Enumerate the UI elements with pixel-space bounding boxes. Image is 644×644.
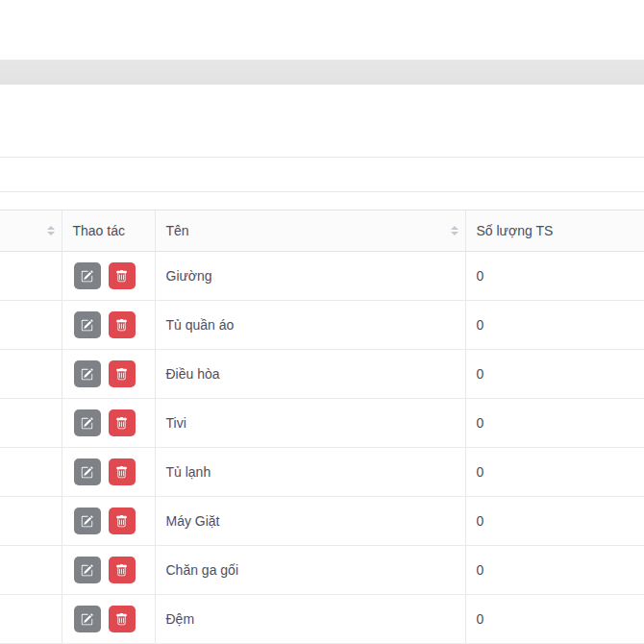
column-label: Thao tác <box>73 223 136 238</box>
edit-button[interactable] <box>74 262 101 289</box>
table-row: Giường 0 <box>0 252 644 301</box>
column-header-name[interactable]: Tên <box>155 211 465 252</box>
edit-button[interactable] <box>74 458 101 485</box>
edit-icon <box>81 466 93 479</box>
edit-button[interactable] <box>74 311 101 338</box>
row-count-cell: 0 <box>465 301 644 350</box>
row-actions-cell <box>62 595 155 644</box>
trash-icon <box>115 466 128 479</box>
delete-button[interactable] <box>109 262 136 289</box>
delete-button[interactable] <box>109 458 136 485</box>
row-name-cell: Máy Giặt <box>155 497 465 546</box>
asset-count: 0 <box>477 415 637 431</box>
item-name: Chăn ga gối <box>166 562 458 578</box>
edit-icon <box>81 319 93 332</box>
delete-button[interactable] <box>109 360 136 387</box>
row-actions <box>73 360 147 387</box>
row-actions-cell <box>62 448 155 497</box>
delete-button[interactable] <box>109 557 136 583</box>
row-name-cell: Đệm <box>155 595 465 644</box>
table-row: Tủ quần áo 0 <box>0 301 644 350</box>
edit-icon <box>81 564 93 577</box>
delete-button[interactable] <box>109 409 136 436</box>
edit-button[interactable] <box>74 360 101 387</box>
item-name: Tủ quần áo <box>166 317 458 333</box>
row-actions <box>73 458 147 485</box>
row-count-cell: 0 <box>465 252 644 301</box>
edit-button[interactable] <box>74 409 101 436</box>
row-leading-cell <box>0 301 62 350</box>
row-leading-cell <box>0 595 62 644</box>
row-name-cell: Điều hòa <box>155 350 465 399</box>
trash-icon <box>115 417 128 430</box>
column-header-actions[interactable]: Thao tác <box>62 211 155 252</box>
trash-icon <box>115 613 128 626</box>
sort-icon <box>451 226 458 235</box>
table-body: Giường 0 Tủ quần áo <box>0 252 644 644</box>
sort-icon <box>47 226 55 235</box>
table-row: Máy Giặt 0 <box>0 497 644 546</box>
row-name-cell: Chăn ga gối <box>155 546 465 595</box>
row-name-cell: Giường <box>155 252 465 301</box>
row-leading-cell <box>0 252 62 301</box>
row-name-cell: Tivi <box>155 399 465 448</box>
item-name: Điều hòa <box>166 366 458 382</box>
edit-button[interactable] <box>74 557 101 583</box>
row-name-cell: Tủ lạnh <box>155 448 465 497</box>
panel-header-bar <box>0 60 644 85</box>
asset-count: 0 <box>477 268 637 284</box>
row-actions-cell <box>62 301 155 350</box>
row-leading-cell <box>0 497 62 546</box>
table-row: Tủ lạnh 0 <box>0 448 644 497</box>
row-count-cell: 0 <box>465 497 644 546</box>
row-actions <box>73 409 147 436</box>
trash-icon <box>115 368 128 381</box>
trash-icon <box>115 270 128 283</box>
page: { "colors": { "edit_button_bg": "#7e8287… <box>0 0 644 644</box>
row-count-cell: 0 <box>465 595 644 644</box>
table-header: Thao tác Tên Số lượng TS <box>0 211 644 252</box>
row-leading-cell <box>0 350 62 399</box>
column-header-count[interactable]: Số lượng TS <box>465 211 644 252</box>
column-label: Số lượng TS <box>477 223 626 238</box>
item-name: Tivi <box>166 415 458 431</box>
row-actions-cell <box>62 546 155 595</box>
row-count-cell: 0 <box>465 546 644 595</box>
table-row: Đệm 0 <box>0 595 644 644</box>
data-table-container: Thao tác Tên Số lượng TS <box>0 210 644 644</box>
trash-icon <box>115 564 128 577</box>
row-actions <box>73 606 147 632</box>
column-header-leading[interactable] <box>0 211 62 252</box>
delete-button[interactable] <box>109 606 136 632</box>
section-divider-top <box>0 157 644 158</box>
row-leading-cell <box>0 448 62 497</box>
asset-count: 0 <box>477 562 637 578</box>
item-name: Giường <box>166 268 458 284</box>
delete-button[interactable] <box>109 508 136 534</box>
edit-button[interactable] <box>74 606 101 632</box>
row-actions <box>73 508 147 534</box>
edit-button[interactable] <box>74 508 101 534</box>
item-name: Máy Giặt <box>166 513 458 529</box>
edit-icon <box>81 270 93 283</box>
row-actions-cell <box>62 252 155 301</box>
section-divider-bottom <box>0 191 644 192</box>
asset-count: 0 <box>477 513 637 529</box>
row-actions <box>73 262 147 289</box>
row-leading-cell <box>0 546 62 595</box>
row-count-cell: 0 <box>465 350 644 399</box>
trash-icon <box>115 319 128 332</box>
asset-count: 0 <box>477 611 637 627</box>
table-row: Chăn ga gối 0 <box>0 546 644 595</box>
row-actions-cell <box>62 399 155 448</box>
data-table: Thao tác Tên Số lượng TS <box>0 210 644 644</box>
item-name: Đệm <box>166 611 458 627</box>
table-row: Điều hòa 0 <box>0 350 644 399</box>
row-actions <box>73 311 147 338</box>
edit-icon <box>81 613 93 626</box>
edit-icon <box>81 368 93 381</box>
row-count-cell: 0 <box>465 399 644 448</box>
column-label: Tên <box>166 223 446 238</box>
trash-icon <box>115 515 128 528</box>
delete-button[interactable] <box>109 311 136 338</box>
